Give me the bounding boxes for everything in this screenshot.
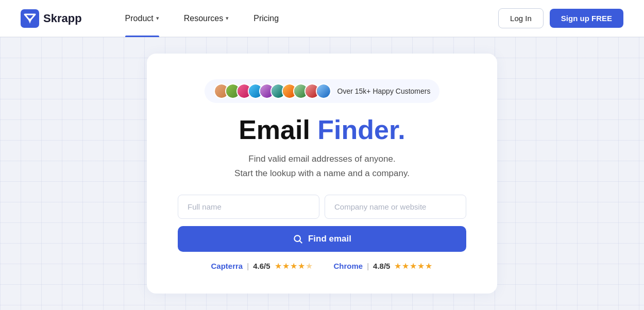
logo-text: Skrapp (43, 12, 82, 25)
nav-actions: Log In Sign up FREE (498, 8, 623, 28)
capterra-score: 4.6/5 (253, 262, 270, 270)
svg-point-3 (294, 235, 300, 242)
capterra-stars: ★★★★★ (275, 261, 313, 271)
login-button[interactable]: Log In (498, 8, 544, 28)
nav-links: Product ▾ Resources ▾ Pricing (113, 0, 499, 37)
nav-item-product[interactable]: Product ▾ (113, 0, 172, 37)
nav-resources-label: Resources (184, 14, 223, 23)
logo-icon (21, 9, 39, 28)
chrome-rating: Chrome | 4.8/5 ★★★★★ (334, 261, 433, 271)
social-proof-text: Over 15k+ Happy Customers (337, 87, 431, 95)
hero-card: Over 15k+ Happy Customers Email Finder. … (147, 54, 497, 294)
find-email-label: Find email (308, 234, 351, 244)
social-proof-bar: Over 15k+ Happy Customers (205, 79, 440, 103)
nav-pricing-label: Pricing (253, 14, 279, 23)
page-background: Over 15k+ Happy Customers Email Finder. … (0, 37, 644, 310)
nav-product-label: Product (125, 14, 154, 23)
find-email-button[interactable]: Find email (178, 226, 466, 252)
search-icon (293, 234, 303, 244)
product-chevron-icon: ▾ (156, 15, 159, 22)
chrome-label: Chrome (334, 262, 363, 270)
heading-black: Email (239, 115, 310, 145)
hero-subtext-line2: Start the lookup with a name and a compa… (178, 166, 466, 180)
company-input[interactable] (325, 195, 466, 219)
chrome-stars: ★★★★★ (394, 261, 433, 271)
search-form (178, 195, 466, 219)
signup-button[interactable]: Sign up FREE (550, 9, 623, 28)
fullname-input[interactable] (178, 195, 319, 219)
hero-subtext-line1: Find valid email addresses of anyone. (178, 152, 466, 166)
capterra-label: Capterra (211, 262, 243, 270)
svg-line-4 (300, 241, 302, 244)
resources-chevron-icon: ▾ (226, 15, 229, 22)
nav-item-pricing[interactable]: Pricing (241, 0, 291, 37)
hero-subtext: Find valid email addresses of anyone. St… (178, 152, 466, 180)
navbar: Skrapp Product ▾ Resources ▾ Pricing Log… (0, 0, 644, 37)
chrome-score: 4.8/5 (373, 262, 390, 270)
logo[interactable]: Skrapp (21, 9, 82, 28)
heading-blue: Finder. (317, 115, 405, 145)
customer-avatars (214, 83, 331, 99)
hero-heading: Email Finder. (178, 115, 466, 145)
avatar (316, 83, 331, 99)
ratings-row: Capterra | 4.6/5 ★★★★★ Chrome | 4.8/5 ★★… (178, 261, 466, 271)
nav-item-resources[interactable]: Resources ▾ (172, 0, 241, 37)
capterra-rating: Capterra | 4.6/5 ★★★★★ (211, 261, 313, 271)
